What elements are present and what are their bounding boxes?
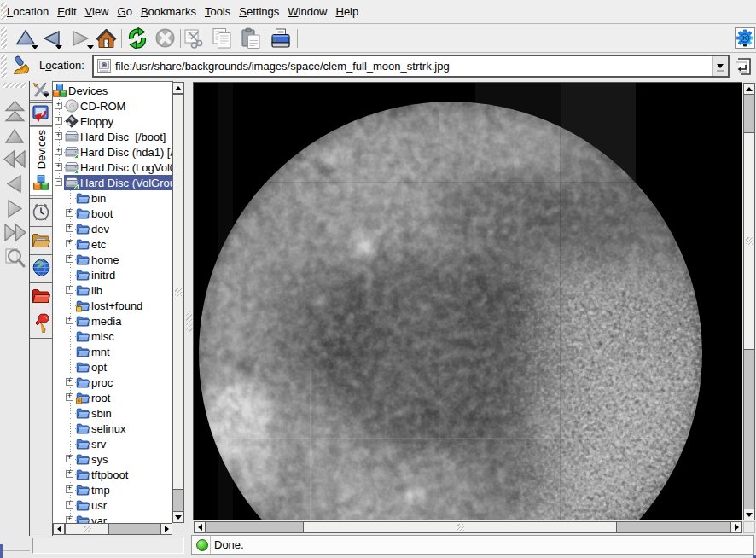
- svg-text:K: K: [742, 34, 747, 42]
